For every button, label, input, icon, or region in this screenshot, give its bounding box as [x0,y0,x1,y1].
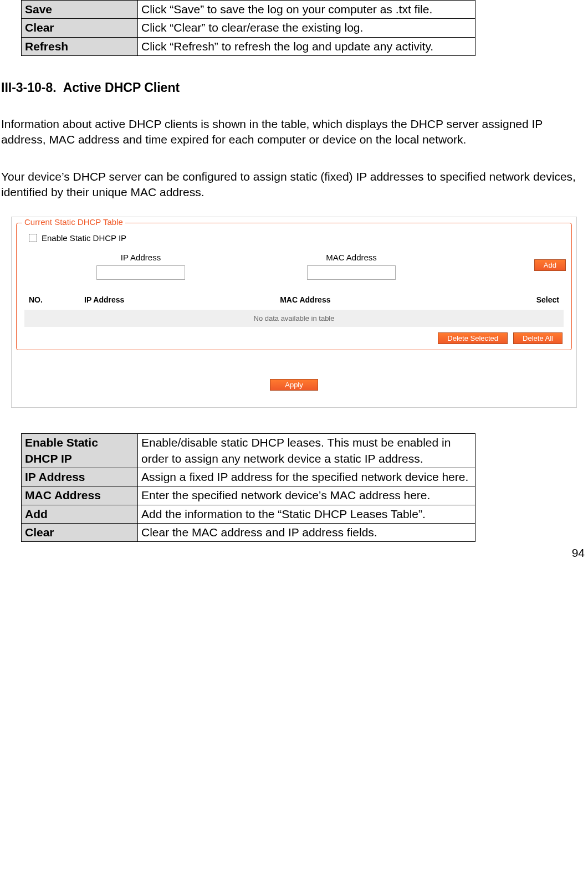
col-header-ip: IP Address [84,295,280,304]
mac-address-input[interactable] [307,265,396,280]
term-clear-fields: Clear [22,524,138,542]
table-row: Enable Static DHCP IP Enable/disable sta… [22,434,475,468]
fieldset-legend: Current Static DHCP Table [22,217,125,227]
mac-address-label: MAC Address [326,253,377,262]
table-row: Save Click “Save” to save the log on you… [22,1,475,19]
desc-clear: Click “Clear” to clear/erase the existin… [138,19,475,37]
log-actions-table: Save Click “Save” to save the log on you… [21,0,475,56]
apply-button[interactable]: Apply [270,379,318,391]
desc-enable-static-dhcp: Enable/disable static DHCP leases. This … [138,434,475,468]
enable-static-dhcp-label: Enable Static DHCP IP [42,233,126,243]
col-header-select: Select [515,295,559,304]
term-add: Add [22,505,138,523]
term-mac-address: MAC Address [22,486,138,505]
table-row: Clear Clear the MAC address and IP addre… [22,524,475,542]
page-number: 94 [0,546,588,560]
col-header-no: NO. [29,295,84,304]
static-dhcp-fieldset: Current Static DHCP Table Enable Static … [16,223,572,350]
term-clear: Clear [22,19,138,37]
delete-selected-button[interactable]: Delete Selected [438,332,508,344]
term-ip-address: IP Address [22,468,138,486]
table-row: Clear Click “Clear” to clear/erase the e… [22,19,475,37]
desc-refresh: Click “Refresh” to refresh the log and u… [138,37,475,55]
term-refresh: Refresh [22,37,138,55]
desc-add: Add the information to the “Static DHCP … [138,505,475,523]
static-dhcp-table: NO. IP Address MAC Address Select No dat… [24,292,564,344]
table-empty-message: No data available in table [24,310,564,327]
desc-clear-fields: Clear the MAC address and IP address fie… [138,524,475,542]
enable-static-dhcp-checkbox[interactable] [29,234,37,242]
table-row: Add Add the information to the “Static D… [22,505,475,523]
table-row: MAC Address Enter the specified network … [22,486,475,505]
intro-paragraph-1: Information about active DHCP clients is… [0,116,588,148]
col-header-mac: MAC Address [280,295,515,304]
desc-mac-address: Enter the specified network device’s MAC… [138,486,475,505]
intro-paragraph-2: Your device’s DHCP server can be configu… [0,169,588,201]
delete-all-button[interactable]: Delete All [513,332,563,344]
table-row: IP Address Assign a fixed IP address for… [22,468,475,486]
ip-address-input[interactable] [96,265,185,280]
desc-ip-address: Assign a fixed IP address for the specif… [138,468,475,486]
term-enable-static-dhcp: Enable Static DHCP IP [22,434,138,468]
dhcp-panel: Current Static DHCP Table Enable Static … [11,217,577,408]
term-save: Save [22,1,138,19]
ip-address-label: IP Address [121,253,161,262]
add-button[interactable]: Add [534,259,566,271]
field-descriptions-table: Enable Static DHCP IP Enable/disable sta… [21,433,475,542]
table-row: Refresh Click “Refresh” to refresh the l… [22,37,475,55]
desc-save: Click “Save” to save the log on your com… [138,1,475,19]
section-heading: III-3-10-8. Active DHCP Client [0,80,588,95]
